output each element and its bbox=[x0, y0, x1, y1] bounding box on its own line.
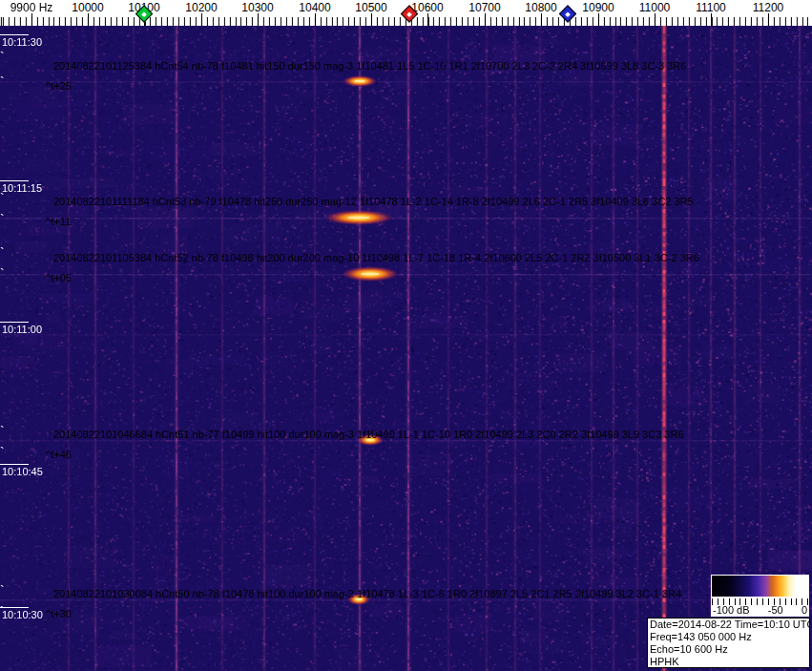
spectrogram-app-window: 9900 Hz100001010010200103001040010500106… bbox=[0, 0, 812, 671]
edge-mark: ` bbox=[0, 449, 5, 456]
edge-mark: ` bbox=[0, 78, 5, 86]
scale-label-mid: -50 bbox=[768, 605, 783, 616]
time-tick bbox=[0, 464, 29, 465]
axis-label: 11200 bbox=[753, 1, 783, 14]
axis-label: 10400 bbox=[299, 1, 330, 14]
edge-mark: ` bbox=[0, 53, 5, 61]
edge-mark: ` bbox=[0, 608, 5, 616]
axis-major-tick bbox=[201, 13, 202, 26]
edge-mark: ` bbox=[0, 587, 5, 595]
axis-major-tick bbox=[655, 13, 656, 26]
axis-major-tick bbox=[711, 13, 712, 26]
event-time-offset: ^t+11 bbox=[46, 216, 71, 227]
axis-label: 10700 bbox=[468, 1, 500, 14]
time-label: 10:11:00 bbox=[2, 324, 42, 335]
axis-major-tick bbox=[427, 13, 428, 26]
axis-major-tick bbox=[371, 13, 372, 26]
axis-label: 10000 bbox=[72, 1, 103, 14]
axis-label: 11000 bbox=[639, 1, 670, 14]
axis-major-tick bbox=[541, 13, 542, 26]
frequency-axis: 9900 Hz100001010010200103001040010500106… bbox=[0, 0, 812, 26]
event-log-line: 20140822101030084 hCnt50 nb-78 f10478 hi… bbox=[53, 588, 681, 599]
event-log-line: 20140822101125384 hCnt54 nb-78 f10481 hi… bbox=[53, 60, 686, 72]
axis-major-tick bbox=[315, 13, 316, 26]
axis-major-tick bbox=[258, 13, 259, 26]
axis-label: 9900 Hz bbox=[10, 1, 53, 14]
time-tick bbox=[0, 34, 29, 35]
axis-label: 11100 bbox=[696, 1, 726, 14]
event-time-offset: ^t+30 bbox=[46, 608, 72, 619]
event-log-line: 20140822101046684 hCnt51 nb-77 f10499 hi… bbox=[53, 429, 684, 440]
intensity-gradient-bar bbox=[711, 575, 809, 598]
scale-label-min: -100 dB bbox=[713, 605, 750, 616]
axis-label: 10500 bbox=[355, 1, 386, 14]
axis-major-tick bbox=[31, 13, 32, 26]
info-station: HPHK bbox=[650, 656, 807, 668]
event-time-offset: ^t+25 bbox=[46, 80, 72, 92]
axis-label: 10900 bbox=[582, 1, 614, 14]
time-tick bbox=[0, 322, 29, 323]
info-frequency: Freq=143 050 000 Hz bbox=[650, 631, 807, 643]
event-time-offset: ^t+46 bbox=[46, 449, 72, 460]
axis-major-tick bbox=[485, 13, 486, 26]
scale-label-max: 0 bbox=[802, 605, 807, 616]
event-log-line: 20140822101111184 hCnt53 nb-79 f10478 hi… bbox=[53, 196, 694, 207]
edge-mark: ` bbox=[0, 270, 5, 278]
event-time-offset: ^t+05 bbox=[46, 272, 72, 283]
intensity-scale-ruler: -100 dB -50 0 bbox=[711, 598, 809, 617]
edge-mark: ` bbox=[0, 249, 5, 257]
spectrogram-canvas bbox=[0, 26, 812, 671]
time-tick bbox=[0, 180, 29, 181]
edge-mark: ` bbox=[0, 216, 5, 223]
axis-label: 10800 bbox=[525, 1, 556, 14]
info-date-time: Date=2014-08-22 Time=10:10 UTC bbox=[650, 619, 807, 631]
axis-label: 10300 bbox=[241, 1, 273, 14]
edge-mark: ` bbox=[0, 428, 5, 435]
axis-major-tick bbox=[88, 13, 89, 26]
axis-label: 10200 bbox=[185, 1, 217, 14]
info-echo: Echo=10 600 Hz bbox=[650, 643, 807, 656]
time-label: 10:11:30 bbox=[2, 36, 42, 48]
time-label: 10:10:30 bbox=[2, 609, 43, 620]
status-info-box: Date=2014-08-22 Time=10:10 UTC Freq=143 … bbox=[647, 618, 810, 668]
event-log-line: 20140822101105384 hCnt52 nb-78 f10498 hi… bbox=[53, 252, 699, 263]
axis-major-tick bbox=[768, 13, 769, 26]
axis-major-tick bbox=[598, 13, 599, 26]
time-label: 10:11:15 bbox=[2, 182, 42, 194]
intensity-scale: -100 dB -50 0 bbox=[711, 575, 809, 617]
edge-mark: ` bbox=[0, 195, 5, 202]
time-label: 10:10:45 bbox=[2, 466, 43, 477]
